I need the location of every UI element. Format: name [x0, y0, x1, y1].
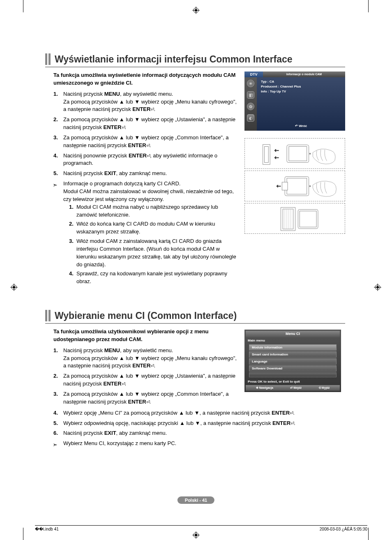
enter-icon: ⏎ — [290, 411, 293, 415]
note-block-2: ➣ Wybierz Menu CI, korzystając z menu ka… — [53, 440, 345, 448]
osd-sidebar: ✦ ◧ ✿ ◐ — [244, 77, 257, 131]
s2-step-4: Wybierz opcję „Menu CI" za pomocą przyci… — [53, 409, 345, 417]
osd2-exit: ⋅Ⅱ Wyjdź — [318, 386, 330, 390]
print-footer: ��i.indb 41 2008-03-03 ¿ÀÈÄ 5:05:30 — [35, 525, 367, 531]
note-sub-2: Włóż do końca kartę CI CARD do modułu CA… — [69, 220, 238, 236]
svg-rect-16 — [263, 145, 270, 165]
note-sub-1: Moduł CI CAM można nabyć u najbliższego … — [69, 203, 238, 219]
osd2-footer: ✥ Nawigacja ⏎ Wejdź ⋅Ⅱ Wyjdź — [246, 385, 340, 391]
svg-rect-24 — [282, 182, 288, 190]
globe-icon: ✦ — [247, 80, 254, 87]
heading-bars-icon — [45, 310, 51, 321]
svg-point-20 — [309, 153, 311, 155]
note-sub-3: Włóż moduł CAM z zainstalowaną kartą CI … — [69, 238, 238, 268]
section-1-intro: Ta funkcja umożliwia wyświetlenie inform… — [53, 72, 238, 87]
step-2: Za pomocą przycisków ▲ lub ▼ wybierz opc… — [53, 116, 238, 132]
page-number: Polski - 41 — [178, 496, 214, 504]
osd2-enter: ⏎ Wejdź — [290, 386, 302, 390]
lang-icon: ◐ — [247, 114, 254, 122]
osd2-title: Menu CI — [246, 331, 340, 337]
enter-icon: ⏎ — [122, 381, 125, 386]
enter-icon: ⏎ — [291, 421, 294, 426]
footer-timestamp: 2008-03-03 ¿ÀÈÄ 5:05:30 — [320, 527, 367, 531]
note-sub-4: Sprawdź, czy na kodowanym kanale jest wy… — [69, 270, 238, 286]
osd2-item-module-info: Module information — [249, 344, 337, 351]
gear-icon: ✿ — [247, 103, 254, 110]
s2-step-6: Naciśnij przycisk EXIT, aby zamknąć menu… — [53, 429, 345, 437]
osd2-item-software: Software Download — [249, 365, 337, 372]
enter-icon: ⏎ — [150, 363, 154, 368]
insert-card-diagram-3 — [244, 203, 345, 234]
osd2-main-menu-label: Main menu — [246, 337, 340, 344]
enter-icon: ⏎ — [122, 125, 125, 130]
osd2-item-language: Language — [249, 358, 337, 365]
footer-file: ��i.indb 41 — [35, 527, 59, 531]
s2-step-3: Za pomocą przycisków ▲ lub ▼ wybierz opc… — [53, 390, 238, 406]
insert-card-diagram-1 — [244, 138, 345, 169]
section-2-body: Ta funkcja umożliwia użytkownikowi wybie… — [45, 328, 238, 408]
section-heading-2: Wybieranie menu CI (Common Interface) — [45, 310, 345, 324]
section-heading-1: Wyświetlanie informacji interfejsu Commo… — [45, 53, 345, 67]
registration-mark-icon — [374, 284, 381, 291]
step-1: Naciśnij przycisk MENU, aby wyświetlić m… — [53, 90, 238, 114]
osd-return-hint: ↶ Wróć — [257, 124, 345, 128]
enter-icon: ⏎ — [290, 386, 293, 389]
enter-icon: ⏎ — [146, 143, 150, 148]
crop-mark — [368, 0, 369, 12]
insert-card-diagram-2 — [244, 171, 345, 201]
s2-step-5: Wybierz odpowiednią opcję, naciskając pr… — [53, 420, 345, 427]
crop-mark — [23, 528, 23, 540]
section-1-body: Ta funkcja umożliwia wyświetlenie inform… — [45, 72, 238, 287]
heading-2-text: Wybieranie menu CI (Common Interface) — [55, 310, 237, 321]
registration-mark-icon — [192, 531, 200, 539]
osd-dtv-badge: DTV — [244, 72, 263, 77]
svg-rect-19 — [289, 146, 307, 161]
nav-icon: ✥ — [256, 386, 259, 389]
enter-icon: ⏎ — [147, 153, 150, 158]
step-4: Naciśnij ponownie przycisk ENTER⏎, aby w… — [53, 152, 238, 168]
section-2-body-cont: Wybierz opcję „Menu CI" za pomocą przyci… — [45, 409, 345, 448]
enter-icon: ⏎ — [150, 107, 154, 112]
osd2-nav: ✥ Nawigacja — [256, 386, 273, 390]
crop-mark — [368, 528, 369, 540]
registration-mark-icon — [192, 7, 200, 14]
s2-step-2: Za pomocą przycisków ▲ lub ▼ wybierz opc… — [53, 372, 238, 388]
step-5: Naciśnij przycisk EXIT, aby zamknąć menu… — [53, 170, 238, 178]
osd-main-panel: Typ : CA Producent : Channel Plus Info :… — [257, 77, 345, 131]
note-arrow-icon: ➣ — [53, 181, 58, 189]
svg-rect-22 — [287, 178, 307, 194]
osd2-empty-row — [249, 372, 337, 377]
osd-line-producer: Producent : Channel Plus — [261, 85, 341, 88]
tool-icon: ◧ — [247, 91, 254, 99]
osd-title: Informacje o module CAM — [263, 72, 345, 77]
svg-point-23 — [309, 185, 311, 187]
osd2-item-smartcard: Smart card information — [249, 351, 337, 358]
svg-rect-32 — [300, 211, 316, 227]
page-content: Wyświetlanie informacji interfejsu Commo… — [45, 41, 345, 448]
osd-line-type: Typ : CA — [261, 80, 341, 83]
osd-cam-info: DTV Informacje o module CAM ✦ ◧ ✿ ◐ Typ … — [244, 72, 345, 136]
osd2-hint: Press OK to select, or Exit to quit — [246, 378, 340, 385]
crop-mark — [23, 0, 23, 12]
svg-rect-18 — [287, 145, 309, 163]
svg-rect-31 — [298, 210, 318, 229]
osd-ci-menu: Menu CI Main menu Module information Sma… — [244, 330, 341, 392]
enter-icon: ⏎ — [146, 399, 150, 404]
note-block: ➣ Informacje o programach dotyczą karty … — [53, 180, 238, 286]
return-icon: ↶ — [295, 124, 298, 128]
heading-1-text: Wyświetlanie informacji interfejsu Commo… — [55, 54, 293, 65]
osd-line-info: Info : Top Up TV — [261, 90, 341, 93]
heading-bars-icon — [45, 53, 51, 65]
svg-rect-26 — [283, 209, 293, 229]
registration-mark-icon — [10, 284, 18, 291]
section-2-intro: Ta funkcja umożliwia użytkownikowi wybie… — [53, 328, 238, 344]
svg-rect-21 — [285, 177, 309, 196]
note-arrow-icon: ➣ — [53, 441, 58, 449]
svg-rect-17 — [265, 146, 269, 162]
step-3: Za pomocą przycisków ▲ lub ▼ wybierz opc… — [53, 134, 238, 150]
s2-step-1: Naciśnij przycisk MENU, aby wyświetlić m… — [53, 347, 238, 370]
